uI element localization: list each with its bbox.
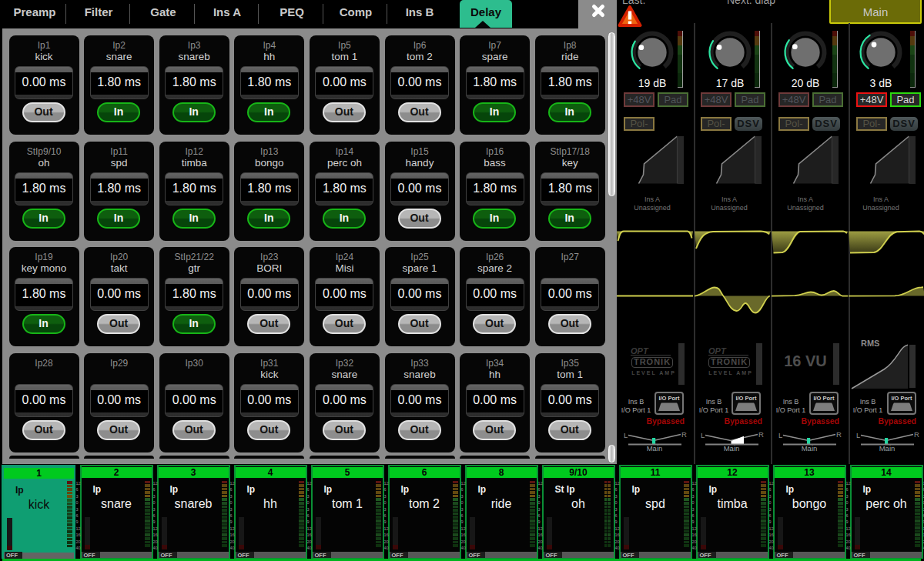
svg-text:R: R — [681, 430, 687, 439]
svg-text:L: L — [856, 431, 860, 439]
svg-text:Main: Main — [724, 444, 740, 452]
svg-text:Main: Main — [802, 444, 818, 452]
svg-text:R: R — [914, 430, 919, 439]
svg-text:L: L — [701, 431, 705, 439]
svg-text:L: L — [624, 431, 628, 439]
svg-text:L: L — [778, 431, 782, 439]
svg-text:Main: Main — [647, 444, 663, 452]
svg-text:R: R — [836, 430, 842, 439]
svg-text:R: R — [758, 430, 764, 439]
svg-text:Main: Main — [879, 444, 896, 452]
